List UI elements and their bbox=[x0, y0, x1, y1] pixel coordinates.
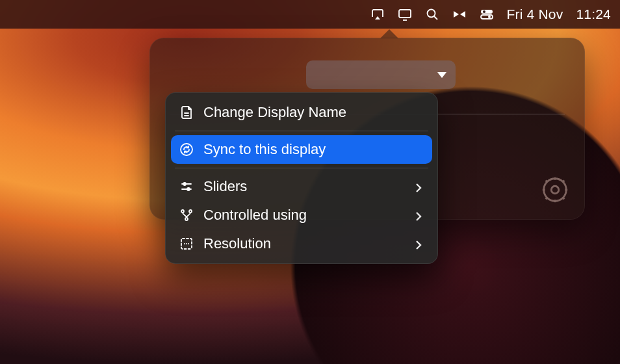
chevron-right-icon bbox=[413, 238, 424, 250]
menu-separator bbox=[175, 131, 428, 131]
svg-point-7 bbox=[488, 16, 491, 18]
svg-rect-0 bbox=[399, 10, 411, 18]
svg-point-9 bbox=[551, 186, 559, 194]
svg-line-15 bbox=[563, 198, 565, 200]
bowtie-icon[interactable] bbox=[450, 5, 469, 23]
control-center-icon[interactable] bbox=[478, 5, 496, 23]
svg-point-20 bbox=[181, 144, 192, 155]
svg-point-31 bbox=[188, 243, 189, 244]
svg-line-16 bbox=[546, 198, 548, 200]
svg-line-14 bbox=[546, 181, 548, 183]
chevron-right-icon bbox=[413, 209, 424, 221]
airplay-icon[interactable] bbox=[368, 5, 387, 23]
menubar-date[interactable]: Fri 4 Nov bbox=[506, 6, 563, 22]
display-icon[interactable] bbox=[396, 5, 414, 23]
menu-item-change-display-name[interactable]: Change Display Name bbox=[171, 98, 432, 127]
svg-line-17 bbox=[563, 181, 565, 183]
menu-item-label: Change Display Name bbox=[203, 104, 424, 121]
svg-rect-5 bbox=[481, 15, 493, 19]
menu-item-label: Sliders bbox=[203, 178, 404, 195]
menu-item-resolution[interactable]: Resolution bbox=[171, 229, 432, 258]
svg-point-2 bbox=[428, 10, 435, 18]
gear-icon[interactable] bbox=[540, 175, 570, 205]
display-selector[interactable] bbox=[306, 60, 456, 89]
menu-item-label: Controlled using bbox=[203, 207, 404, 224]
svg-point-24 bbox=[187, 188, 190, 190]
menubar-time[interactable]: 11:24 bbox=[576, 6, 611, 22]
document-icon bbox=[179, 105, 194, 120]
menu-item-controlled-using[interactable]: Controlled using bbox=[171, 201, 432, 229]
resolution-icon bbox=[179, 236, 194, 252]
svg-line-3 bbox=[434, 16, 437, 20]
svg-point-29 bbox=[184, 243, 185, 244]
sync-icon bbox=[179, 142, 194, 157]
menu-separator bbox=[175, 168, 428, 168]
search-icon[interactable] bbox=[423, 5, 441, 23]
menubar: Fri 4 Nov 11:24 bbox=[0, 0, 620, 29]
popover-arrow bbox=[380, 29, 398, 38]
menu-item-label: Sync to this display bbox=[203, 141, 424, 158]
menu-item-sliders[interactable]: Sliders bbox=[171, 172, 432, 201]
chevron-right-icon bbox=[413, 181, 424, 192]
sliders-icon bbox=[179, 179, 194, 194]
svg-point-6 bbox=[483, 10, 485, 13]
menu-item-label: Resolution bbox=[203, 235, 404, 252]
graph-icon bbox=[179, 207, 194, 223]
menu-item-sync-to-this-display[interactable]: Sync to this display bbox=[171, 135, 432, 164]
dropdown-arrow-icon bbox=[437, 72, 446, 78]
svg-rect-4 bbox=[481, 10, 493, 14]
svg-point-30 bbox=[186, 243, 187, 244]
svg-point-22 bbox=[183, 183, 186, 185]
context-menu: Change Display Name Sync to this display… bbox=[165, 92, 438, 264]
